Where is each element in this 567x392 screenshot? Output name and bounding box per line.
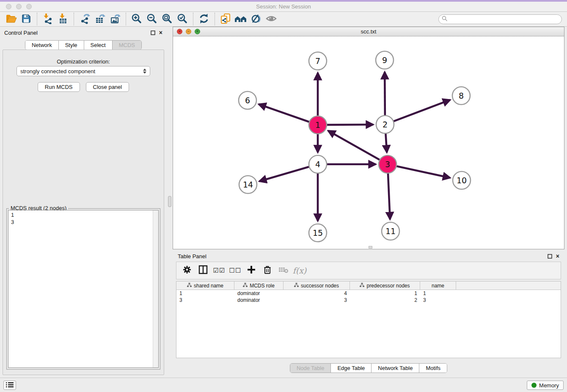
export-table-button[interactable] (92, 13, 107, 25)
import-table-button[interactable] (55, 13, 71, 25)
add-column-button[interactable] (244, 263, 259, 278)
node-table[interactable]: shared nameMCDS rolesuccessor nodesprede… (176, 281, 561, 358)
main-area: Control Panel × NetworkStyleSelectMCDS O… (0, 27, 567, 378)
close-panel-icon[interactable]: × (159, 30, 162, 36)
column-header-predecessor-nodes[interactable]: predecessor nodes (350, 282, 420, 290)
cell-name[interactable]: 3 (420, 297, 456, 304)
graph-edge-3-11[interactable] (388, 172, 390, 219)
run-mcds-button[interactable]: Run MCDS (38, 82, 80, 92)
column-header-name[interactable]: name (420, 282, 456, 290)
network-graph[interactable]: 7968124314101511 (173, 36, 565, 249)
graph-node-label-9: 9 (382, 55, 387, 65)
graph-edge-2-8[interactable] (393, 100, 450, 121)
mcds-result-line: 3 (11, 218, 150, 226)
memory-button[interactable]: Memory (527, 381, 564, 390)
search-field[interactable] (438, 14, 562, 24)
main-toolbar (0, 12, 567, 27)
close-panel-button[interactable]: Close panel (86, 82, 129, 92)
select-all-button[interactable]: ☑☑ (212, 263, 226, 278)
graph-edge-1-6[interactable] (259, 104, 310, 122)
hierarchy-icon (294, 283, 299, 289)
table-settings-button[interactable] (180, 263, 194, 278)
home-button[interactable] (233, 13, 248, 25)
zoom-out-button[interactable] (144, 13, 160, 25)
cell-successor-nodes[interactable]: 3 (284, 297, 350, 304)
graph-edge-2-9[interactable] (385, 72, 385, 116)
close-panel-icon[interactable]: × (556, 253, 559, 259)
fx-icon: f(x) (293, 266, 307, 275)
save-session-button[interactable] (19, 13, 34, 25)
mcds-result-box[interactable]: 1 3 (8, 210, 159, 368)
graph-node-label-8: 8 (459, 91, 464, 100)
result-scrollbar[interactable] (153, 210, 158, 367)
clone-network-button[interactable] (218, 13, 233, 25)
network-window-titlebar[interactable]: × − + scc.txt (173, 27, 564, 36)
tab-motifs[interactable]: Motifs (419, 364, 447, 373)
tab-edge-table[interactable]: Edge Table (330, 364, 371, 373)
delete-column-button[interactable] (260, 263, 275, 278)
cell-predecessor-nodes[interactable]: 2 (350, 297, 420, 304)
column-header-mcds-role[interactable]: MCDS role (234, 282, 284, 290)
tab-mcds[interactable]: MCDS (112, 41, 141, 50)
tab-network-table[interactable]: Network Table (371, 364, 419, 373)
toolbar-separator (37, 13, 37, 25)
tab-style[interactable]: Style (58, 41, 84, 50)
network-canvas[interactable]: 7968124314101511 (173, 36, 564, 249)
cell-shared-name[interactable]: 3 (176, 297, 234, 304)
open-session-button[interactable] (3, 13, 19, 25)
apply-layout-button[interactable] (196, 13, 212, 25)
tab-node-table[interactable]: Node Table (290, 364, 331, 373)
zoom-in-button[interactable] (129, 13, 144, 25)
table-panel-header: Table Panel × (173, 251, 564, 262)
cell-mcds-role[interactable]: dominator (234, 290, 284, 297)
import-network-icon (42, 13, 53, 25)
task-history-button[interactable] (3, 381, 16, 390)
graph-edge-1-2[interactable] (326, 124, 373, 125)
graph-edge-3-10[interactable] (396, 166, 450, 178)
toolbar-separator (193, 13, 193, 25)
export-image-button[interactable] (107, 13, 123, 25)
table-row[interactable]: 1dominator411 (176, 290, 561, 297)
zoom-in-icon (131, 13, 142, 25)
canvas-resize-grip[interactable] (369, 246, 372, 248)
birds-eye-view-button[interactable] (264, 13, 279, 25)
deselect-all-button[interactable]: ☐☐ (228, 263, 242, 278)
cell-name[interactable]: 1 (420, 290, 456, 297)
split-columns-icon (198, 265, 208, 276)
column-header-successor-nodes[interactable]: successor nodes (284, 282, 350, 290)
graph-node-label-11: 11 (385, 226, 396, 236)
delete-table-button[interactable] (276, 263, 291, 278)
table-row[interactable]: 3dominator323 (176, 297, 561, 304)
cell-mcds-role[interactable]: dominator (234, 297, 284, 304)
toolbar-separator (126, 13, 126, 25)
tab-network[interactable]: Network (25, 41, 58, 50)
show-column-panel-button[interactable] (196, 263, 210, 278)
refresh-icon (198, 13, 209, 25)
graph-edge-2-3[interactable] (385, 133, 387, 152)
import-network-button[interactable] (40, 13, 55, 25)
zoom-fit-button[interactable] (160, 13, 175, 25)
search-input[interactable] (449, 15, 561, 23)
panel-splitter[interactable] (167, 27, 173, 378)
toolbar-separator (74, 13, 74, 25)
optimization-criterion-select[interactable]: strongly connected component (17, 66, 150, 76)
toggle-graphics-details-button[interactable] (248, 13, 264, 25)
toolbar-separator (215, 13, 215, 25)
column-header-shared-name[interactable]: shared name (176, 282, 234, 290)
tab-select[interactable]: Select (84, 41, 112, 50)
export-network-button[interactable] (77, 13, 92, 25)
function-builder-button[interactable]: f(x) (292, 263, 307, 278)
graph-node-label-4: 4 (315, 160, 320, 169)
float-panel-icon[interactable] (151, 30, 155, 35)
splitter-handle-icon[interactable] (168, 196, 171, 207)
right-column: × − + scc.txt 7968124314101511 Table Pan… (173, 27, 567, 378)
graph-edge-3-1[interactable] (328, 131, 380, 160)
float-panel-icon[interactable] (548, 254, 552, 259)
zoom-selected-icon (177, 13, 188, 25)
graph-edge-4-14[interactable] (259, 166, 310, 181)
cell-predecessor-nodes[interactable]: 1 (350, 290, 420, 297)
zoom-selected-button[interactable] (175, 13, 190, 25)
hierarchy-icon (360, 283, 364, 289)
cell-successor-nodes[interactable]: 4 (284, 290, 350, 297)
cell-shared-name[interactable]: 1 (176, 290, 234, 297)
